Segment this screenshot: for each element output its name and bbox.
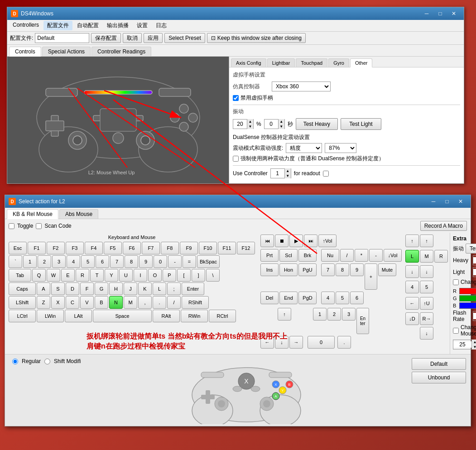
save-button[interactable]: 保存配置 (91, 33, 121, 43)
key-nav-up1[interactable]: ↑ (405, 235, 419, 247)
key-nav-down1[interactable]: ↓ (405, 265, 419, 278)
key-right-arrow[interactable]: → (289, 336, 303, 349)
key-c[interactable]: C (66, 296, 79, 309)
unbound-button[interactable]: Unbound (412, 372, 466, 383)
key-u[interactable]: U (119, 269, 133, 282)
key-l[interactable]: L (153, 282, 166, 295)
settings-tab-lightbar[interactable]: Lightbar (267, 58, 295, 67)
key-x[interactable]: X (51, 296, 65, 309)
key-vol-up[interactable]: ↑Vol (318, 235, 337, 247)
key-nav-5[interactable]: 5 (420, 281, 433, 293)
key-mute[interactable]: Mute (378, 263, 396, 276)
vibration-seconds-up[interactable]: ▲ (278, 119, 284, 124)
select-preset-button[interactable]: Select Preset (164, 33, 205, 43)
vibration-percent-up[interactable]: ▲ (247, 119, 253, 124)
shift-radio[interactable] (44, 359, 50, 364)
key-nav-m[interactable]: M (420, 250, 433, 263)
key-v[interactable]: V (80, 296, 94, 309)
flash-rate-input[interactable] (473, 313, 476, 319)
key-j[interactable]: J (124, 282, 137, 295)
tab-kb-rel-mouse[interactable]: KB & Rel Mouse (7, 209, 58, 219)
key-tab[interactable]: Tab (9, 269, 31, 282)
settings-tab-touchpad[interactable]: Touchpad (296, 58, 327, 67)
r-color-bar[interactable] (459, 288, 476, 294)
key-3[interactable]: 3 (52, 255, 66, 268)
key-numminus[interactable]: - (369, 249, 383, 262)
key-f9[interactable]: F9 (180, 242, 198, 254)
key-rwin[interactable]: RWin (181, 310, 208, 322)
key-num5[interactable]: 5 (336, 292, 349, 304)
key-2[interactable]: 2 (38, 255, 51, 268)
key-space[interactable]: Space (93, 310, 152, 322)
key-nav-down-bottom[interactable]: ↓ (420, 327, 433, 340)
key-nummul[interactable]: * (355, 249, 368, 262)
key-numenter[interactable]: Enter (356, 308, 369, 334)
key-num6[interactable]: 6 (350, 292, 364, 304)
key-hon[interactable]: Hon (279, 263, 298, 276)
key-next[interactable]: ⏭ (304, 235, 317, 247)
key-lshift[interactable]: LShift (9, 296, 36, 309)
key-nav-down2[interactable]: ↓ (420, 265, 433, 278)
toggle-checkbox[interactable] (9, 223, 14, 229)
key-r[interactable]: R (76, 269, 89, 282)
key-numdiv[interactable]: / (340, 249, 354, 262)
key-period[interactable]: . (153, 296, 166, 309)
emulate-select[interactable]: Xbox 360 (272, 81, 331, 91)
dualsense-force-checkbox[interactable] (233, 156, 239, 162)
key-stop[interactable]: ⏹ (275, 235, 288, 247)
menu-output[interactable]: 输出插播 (103, 21, 132, 30)
key-lbracket[interactable]: [ (177, 269, 191, 282)
test-heavy-button[interactable]: Test Heavy (296, 118, 338, 130)
tab-abs-mouse[interactable]: Abs Mouse (59, 209, 98, 219)
key-nav-r[interactable]: R (434, 250, 448, 263)
key-5[interactable]: 5 (81, 255, 95, 268)
dualsense-strength-select[interactable]: 87% (325, 143, 356, 153)
b-color-bar[interactable] (459, 302, 476, 309)
key-f7[interactable]: F7 (142, 242, 160, 254)
controller-num-up[interactable]: ▲ (284, 168, 291, 173)
dualsense-mode-select[interactable]: 精度 (286, 143, 322, 153)
key-semicolon[interactable]: ; (167, 282, 181, 295)
key-f10[interactable]: F10 (199, 242, 217, 254)
key-num4[interactable]: 4 (321, 292, 335, 304)
vibration-seconds-down[interactable]: ▼ (278, 124, 284, 129)
g-color-bar[interactable] (459, 295, 476, 302)
settings-tab-gyro[interactable]: Gyro (328, 58, 349, 67)
close-button[interactable]: ✕ (447, 9, 460, 18)
key-rctrl[interactable]: RCtrl (209, 310, 236, 322)
key-del[interactable]: Del (260, 292, 279, 304)
extra-test-button[interactable]: Test (466, 244, 476, 254)
light-input[interactable] (473, 269, 476, 275)
menu-auto-config[interactable]: 自动配置 (73, 21, 102, 30)
action-close-button[interactable]: ✕ (454, 197, 467, 206)
key-comma[interactable]: , (138, 296, 152, 309)
key-q[interactable]: Q (32, 269, 46, 282)
maximize-button[interactable]: □ (434, 9, 447, 18)
key-rshift[interactable]: RShift (182, 296, 209, 309)
key-f2[interactable]: F2 (47, 242, 65, 254)
key-f6[interactable]: F6 (123, 242, 141, 254)
key-t[interactable]: T (90, 269, 104, 282)
key-nav-right[interactable]: R→ (420, 312, 433, 325)
change-mouse-checkbox[interactable] (453, 328, 459, 334)
key-f3[interactable]: F3 (66, 242, 84, 254)
key-lctrl[interactable]: LCtrl (9, 310, 36, 322)
menu-profile[interactable]: 配置文件 (43, 21, 72, 30)
mouse-down[interactable]: ▼ (471, 345, 476, 349)
scan-code-checkbox[interactable] (36, 223, 42, 229)
key-end[interactable]: End (279, 292, 298, 304)
key-ralt[interactable]: RAlt (153, 310, 180, 322)
apply-button[interactable]: 应用 (144, 33, 163, 43)
vibration-percent-down[interactable]: ▼ (247, 124, 253, 129)
key-enter[interactable]: Enter (182, 282, 204, 295)
key-slash[interactable]: / (167, 296, 181, 309)
key-num3[interactable]: 3 (342, 308, 356, 321)
key-f12[interactable]: F12 (237, 242, 255, 254)
vibration-seconds-input[interactable] (264, 121, 278, 127)
minimize-button[interactable]: ─ (420, 9, 433, 18)
key-num7[interactable]: 7 (321, 263, 335, 276)
menu-settings[interactable]: 设置 (133, 21, 151, 30)
key-equals[interactable]: = (183, 255, 196, 268)
mouse-up[interactable]: ▲ (471, 340, 476, 345)
key-backslash[interactable]: \ (206, 269, 220, 282)
